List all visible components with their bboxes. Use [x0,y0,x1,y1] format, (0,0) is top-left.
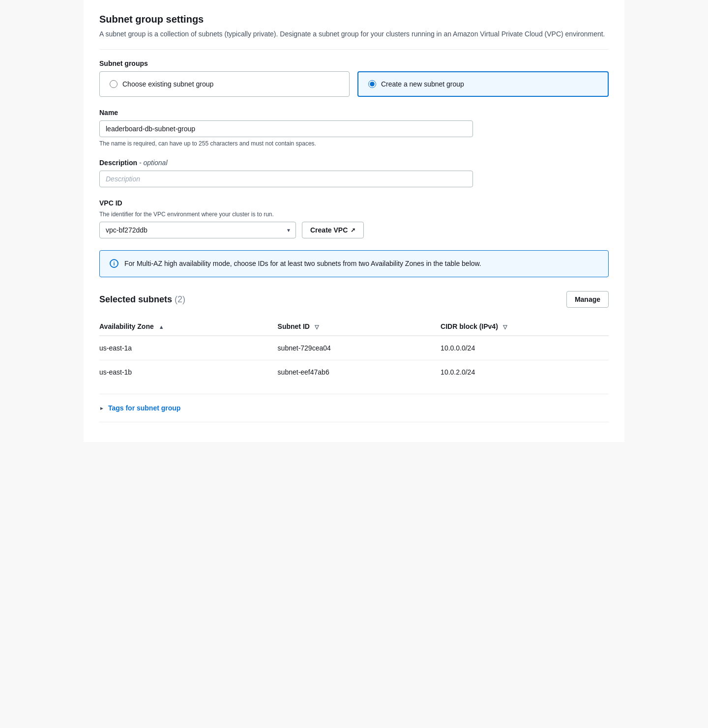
subnet-groups-radio-group: Choose existing subnet group Create a ne… [99,71,609,97]
info-banner: i For Multi-AZ high availability mode, c… [99,250,609,277]
vpc-row: vpc-bf272ddb Create VPC ➚ [99,222,609,238]
col-header-az[interactable]: Availability Zone ▲ [99,318,278,336]
table-header: Availability Zone ▲ Subnet ID ▽ CIDR blo… [99,318,609,336]
name-field-group: Name The name is required, can have up t… [99,109,609,147]
description-label: Description - optional [99,159,609,167]
section-title: Subnet group settings [99,14,609,25]
name-label: Name [99,109,609,116]
radio-new-label[interactable]: Create a new subnet group [381,80,464,88]
vpc-select[interactable]: vpc-bf272ddb [99,222,296,238]
cell-az-1: us-east-1a [99,336,278,360]
subnet-groups-label: Subnet groups [99,59,609,67]
create-vpc-button[interactable]: Create VPC ➚ [302,222,364,238]
name-input[interactable] [99,120,473,137]
radio-option-new[interactable]: Create a new subnet group [357,71,609,97]
radio-new[interactable] [368,80,376,88]
col-header-subnet[interactable]: Subnet ID ▽ [278,318,441,336]
subnets-table: Availability Zone ▲ Subnet ID ▽ CIDR blo… [99,318,609,384]
radio-existing-label[interactable]: Choose existing subnet group [122,80,213,88]
tags-toggle-icon: ► [99,406,104,411]
vpc-select-wrapper: vpc-bf272ddb [99,222,296,238]
cell-cidr-2: 10.0.2.0/24 [441,360,609,384]
subnet-groups-field: Subnet groups Choose existing subnet gro… [99,59,609,97]
description-field-group: Description - optional [99,159,609,187]
table-body: us-east-1a subnet-729cea04 10.0.0.0/24 u… [99,336,609,384]
vpc-label: VPC ID [99,199,609,207]
external-link-icon: ➚ [351,227,355,233]
tags-section: ► Tags for subnet group [99,394,609,422]
cell-subnet-1: subnet-729cea04 [278,336,441,360]
tags-title: Tags for subnet group [108,404,181,412]
vpc-hint: The identifier for the VPC environment w… [99,211,609,218]
table-header-row: Availability Zone ▲ Subnet ID ▽ CIDR blo… [99,318,609,336]
info-text: For Multi-AZ high availability mode, cho… [124,259,481,269]
radio-existing[interactable] [110,80,118,88]
info-icon: i [110,259,118,268]
cell-cidr-1: 10.0.0.0/24 [441,336,609,360]
vpc-field-group: VPC ID The identifier for the VPC enviro… [99,199,609,238]
manage-button[interactable]: Manage [566,291,609,308]
subnets-title: Selected subnets (2) [99,294,185,305]
section-description: A subnet group is a collection of subnet… [99,29,609,39]
name-hint: The name is required, can have up to 255… [99,140,609,147]
col-header-cidr[interactable]: CIDR block (IPv4) ▽ [441,318,609,336]
subnets-header: Selected subnets (2) Manage [99,291,609,308]
cell-az-2: us-east-1b [99,360,278,384]
tags-header[interactable]: ► Tags for subnet group [99,404,609,412]
table-row: us-east-1a subnet-729cea04 10.0.0.0/24 [99,336,609,360]
radio-option-existing[interactable]: Choose existing subnet group [99,71,350,97]
header-divider [99,49,609,50]
selected-subnets-section: Selected subnets (2) Manage Availability… [99,291,609,384]
create-vpc-label: Create VPC [310,226,348,234]
sort-icon-cidr: ▽ [503,324,507,330]
cell-subnet-2: subnet-eef47ab6 [278,360,441,384]
section-header: Subnet group settings A subnet group is … [99,14,609,39]
subnets-count: (2) [175,294,185,304]
sort-icon-az: ▲ [159,324,164,330]
description-input[interactable] [99,171,473,187]
table-row: us-east-1b subnet-eef47ab6 10.0.2.0/24 [99,360,609,384]
sort-icon-subnet: ▽ [315,324,319,330]
